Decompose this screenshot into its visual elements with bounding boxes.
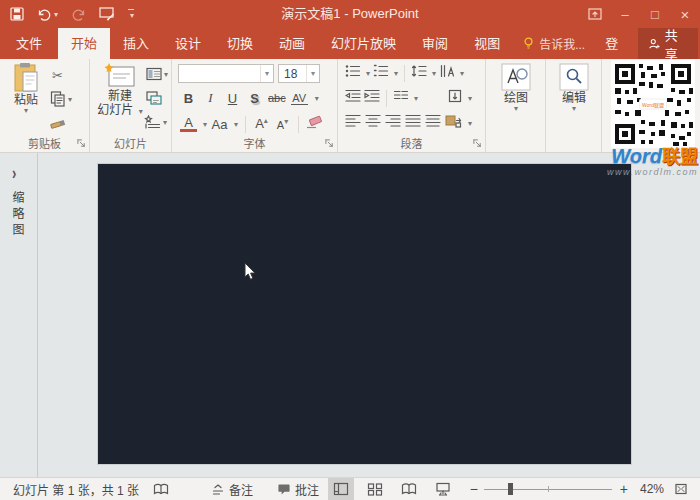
columns-dropdown-icon[interactable]: ▾ bbox=[414, 94, 418, 103]
eraser-icon bbox=[306, 115, 322, 129]
font-color-dropdown-icon[interactable]: ▾ bbox=[203, 120, 207, 129]
justify-button[interactable] bbox=[405, 114, 421, 132]
change-case-dropdown-icon[interactable]: ▾ bbox=[234, 120, 238, 129]
tab-transitions[interactable]: 切换 bbox=[214, 28, 266, 59]
slideshow-view-button[interactable] bbox=[430, 478, 456, 500]
bullets-button[interactable] bbox=[345, 64, 361, 82]
zoom-slider-handle[interactable] bbox=[508, 483, 513, 495]
underline-button[interactable]: U bbox=[224, 91, 241, 106]
align-left-button[interactable] bbox=[345, 114, 361, 132]
font-name-combobox[interactable]: ▾ bbox=[178, 64, 274, 83]
normal-view-button[interactable] bbox=[328, 478, 354, 500]
zoom-in-button[interactable]: + bbox=[616, 478, 632, 500]
share-person-icon bbox=[649, 37, 660, 51]
editing-button[interactable]: 编辑 ▾ bbox=[554, 63, 594, 113]
align-right-icon bbox=[385, 114, 401, 128]
comments-toggle-button[interactable]: 批注 bbox=[270, 478, 326, 500]
thumbnails-pane-label[interactable]: 缩略图 bbox=[9, 191, 26, 239]
sign-in-button[interactable]: 登录 bbox=[595, 28, 638, 59]
reading-view-button[interactable] bbox=[396, 478, 422, 500]
smartart-dropdown-icon[interactable]: ▾ bbox=[468, 119, 472, 128]
dialog-launcher-icon bbox=[473, 139, 482, 148]
change-case-button[interactable]: Aa bbox=[211, 117, 228, 132]
font-size-combobox[interactable]: 18 ▾ bbox=[278, 64, 320, 83]
grow-font-letter: A bbox=[255, 117, 264, 132]
tab-file[interactable]: 文件 bbox=[0, 28, 58, 59]
line-spacing-button[interactable] bbox=[411, 64, 427, 82]
title-bar: 演示文稿1 - PowerPoint ▾ bbox=[0, 0, 700, 28]
minimize-button[interactable]: – bbox=[610, 0, 640, 28]
grow-font-button[interactable]: A▴ bbox=[253, 116, 270, 131]
drawing-button[interactable]: 绘图 ▾ bbox=[496, 63, 536, 113]
cut-button[interactable]: ✂ bbox=[52, 65, 63, 85]
paste-button[interactable]: 粘贴 ▾ bbox=[8, 63, 44, 115]
font-dialog-launcher[interactable] bbox=[324, 138, 335, 149]
increase-indent-button[interactable] bbox=[364, 89, 380, 107]
decrease-indent-button[interactable] bbox=[345, 89, 361, 107]
italic-button[interactable]: I bbox=[202, 90, 219, 106]
columns-button[interactable] bbox=[393, 89, 409, 107]
numbering-button[interactable] bbox=[373, 64, 389, 82]
new-slide-dropdown-icon[interactable]: ▾ bbox=[139, 107, 143, 116]
expand-pane-chevron-icon[interactable]: › bbox=[12, 162, 16, 182]
clear-formatting-button[interactable] bbox=[306, 115, 322, 133]
shrink-font-button[interactable]: A▾ bbox=[274, 117, 291, 131]
tab-design[interactable]: 设计 bbox=[162, 28, 214, 59]
text-shadow-button[interactable]: S bbox=[246, 91, 263, 106]
reset-slide-button[interactable] bbox=[146, 88, 162, 108]
tell-me-box[interactable]: 告诉我... bbox=[513, 28, 595, 59]
distribute-button[interactable] bbox=[425, 114, 441, 132]
start-slideshow-button[interactable] bbox=[99, 7, 115, 21]
zoom-slider[interactable] bbox=[484, 478, 612, 500]
tab-view[interactable]: 视图 bbox=[461, 28, 513, 59]
character-spacing-button[interactable]: AV bbox=[291, 92, 308, 105]
redo-button[interactable] bbox=[71, 8, 86, 21]
save-button[interactable] bbox=[10, 7, 24, 21]
slide-number-indicator[interactable]: 幻灯片 第 1 张，共 1 张 bbox=[6, 478, 146, 500]
align-right-button[interactable] bbox=[385, 114, 401, 132]
undo-dropdown-icon[interactable]: ▾ bbox=[54, 10, 58, 19]
customize-qat-button[interactable]: ▾ bbox=[128, 9, 134, 19]
font-color-button[interactable]: A bbox=[180, 116, 197, 132]
character-spacing-dropdown-icon[interactable]: ▾ bbox=[315, 94, 319, 103]
fit-slide-to-window-button[interactable] bbox=[668, 478, 694, 500]
slide-sorter-view-button[interactable] bbox=[362, 478, 388, 500]
paragraph-dialog-launcher[interactable] bbox=[472, 138, 483, 149]
paste-dropdown-icon[interactable]: ▾ bbox=[24, 107, 28, 115]
layout-button[interactable]: ▾ bbox=[146, 64, 168, 84]
ribbon-display-options-button[interactable] bbox=[580, 0, 610, 28]
align-center-button[interactable] bbox=[365, 114, 381, 132]
tab-insert[interactable]: 插入 bbox=[110, 28, 162, 59]
section-button[interactable]: ▾ bbox=[144, 112, 167, 132]
text-direction-dropdown-icon[interactable]: ▾ bbox=[460, 69, 464, 78]
tab-review[interactable]: 审阅 bbox=[409, 28, 461, 59]
line-spacing-dropdown-icon[interactable]: ▾ bbox=[432, 69, 436, 78]
notes-toggle-button[interactable]: 备注 bbox=[204, 478, 260, 500]
numbering-dropdown-icon[interactable]: ▾ bbox=[394, 69, 398, 78]
copy-dropdown-icon[interactable]: ▾ bbox=[68, 95, 72, 104]
tab-home[interactable]: 开始 bbox=[58, 28, 110, 59]
bullets-dropdown-icon[interactable]: ▾ bbox=[366, 69, 370, 78]
copy-button[interactable]: ▾ bbox=[50, 89, 72, 109]
format-painter-button[interactable] bbox=[50, 113, 67, 133]
share-button[interactable]: 共享 bbox=[638, 28, 698, 59]
font-name-dropdown-icon[interactable]: ▾ bbox=[260, 65, 273, 82]
zoom-out-button[interactable]: − bbox=[456, 478, 480, 500]
smartart-convert-button[interactable] bbox=[445, 114, 462, 132]
tab-slideshow[interactable]: 幻灯片放映 bbox=[318, 28, 409, 59]
clipboard-dialog-launcher[interactable] bbox=[76, 138, 87, 149]
reset-slide-icon bbox=[146, 91, 162, 106]
font-size-dropdown-icon[interactable]: ▾ bbox=[306, 65, 319, 82]
slide-canvas[interactable] bbox=[97, 163, 632, 465]
strikethrough-button[interactable]: abc bbox=[268, 92, 286, 104]
new-slide-button[interactable]: 新建 幻灯片 ▾ bbox=[96, 63, 144, 119]
text-direction-button[interactable] bbox=[439, 64, 455, 82]
align-text-dropdown-icon[interactable]: ▾ bbox=[468, 94, 472, 103]
zoom-level-indicator[interactable]: 42% bbox=[632, 482, 668, 496]
tab-animations[interactable]: 动画 bbox=[266, 28, 318, 59]
align-text-button[interactable] bbox=[447, 89, 463, 107]
bold-button[interactable]: B bbox=[180, 91, 197, 106]
align-text-icon bbox=[447, 89, 463, 103]
undo-button[interactable]: ▾ bbox=[37, 8, 58, 21]
proofing-button[interactable] bbox=[146, 478, 176, 500]
